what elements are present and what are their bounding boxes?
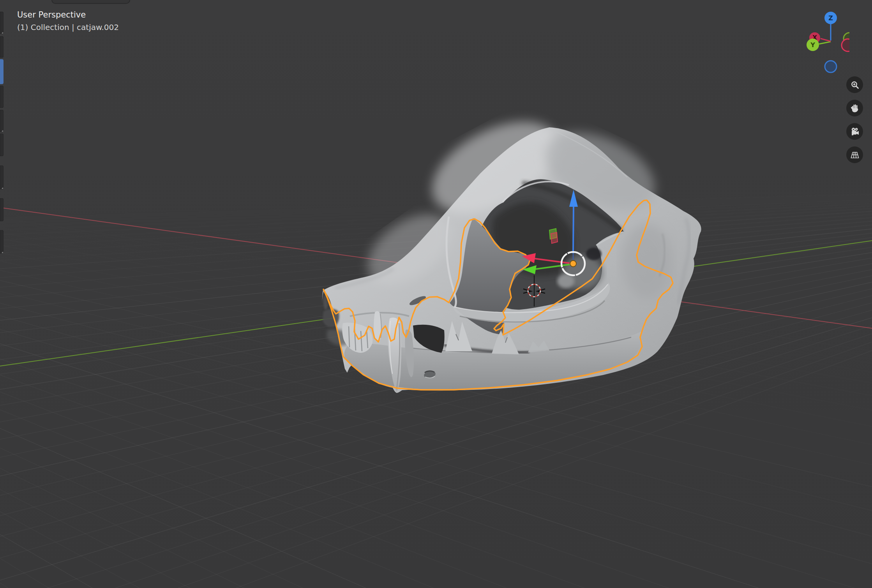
gizmo-origin-dot[interactable] (570, 261, 576, 267)
tool-button-2[interactable] (0, 36, 4, 58)
navigation-gizmo[interactable]: X Y Z (799, 4, 849, 82)
3d-viewport[interactable]: X Y Z (0, 0, 872, 588)
nav-axis-z[interactable]: Z (824, 12, 837, 24)
camera-view-button[interactable] (846, 123, 863, 140)
viewport-controls (846, 76, 863, 170)
tool-button-9[interactable] (0, 230, 4, 254)
tool-button-4[interactable] (0, 86, 4, 108)
zoom-button[interactable] (846, 76, 863, 93)
movie-camera-icon (849, 126, 860, 137)
magnifier-plus-icon (850, 80, 860, 90)
nav-axis-neg-x[interactable] (842, 39, 849, 51)
projection-toggle-button[interactable] (846, 146, 863, 163)
tool-button-8[interactable] (0, 198, 4, 221)
header-panel-edge (51, 0, 130, 4)
nav-axis-neg-z[interactable] (825, 61, 837, 72)
tool-button-7[interactable] (0, 165, 4, 189)
tool-button-6[interactable] (0, 134, 4, 156)
nav-axis-y[interactable]: Y (807, 39, 819, 51)
svg-text:Y: Y (810, 41, 815, 49)
pan-button[interactable] (846, 100, 863, 116)
tool-sidebar (0, 0, 4, 588)
tool-button-5[interactable] (0, 110, 4, 132)
hand-icon (850, 103, 860, 113)
svg-text:Z: Z (828, 14, 833, 22)
tool-button-3-active[interactable] (0, 59, 4, 84)
grid-perspective-icon (849, 149, 861, 161)
tool-button-1[interactable] (0, 12, 4, 34)
skull-model[interactable] (322, 103, 701, 393)
